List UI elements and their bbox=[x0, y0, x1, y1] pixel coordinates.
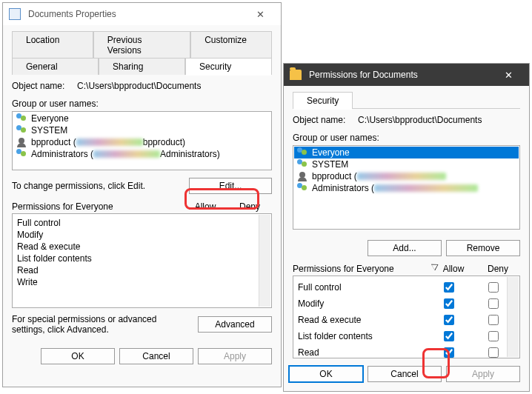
group-icon bbox=[16, 113, 28, 124]
dialog-title: Permissions for Documents bbox=[306, 70, 493, 80]
folder-icon bbox=[290, 70, 302, 80]
permissions-list[interactable]: Full control Modify Read & execute List … bbox=[12, 213, 272, 308]
user-icon bbox=[16, 137, 28, 147]
deny-checkbox[interactable] bbox=[488, 347, 499, 358]
perm-name: List folder contents bbox=[298, 331, 426, 341]
advanced-button[interactable]: Advanced bbox=[198, 316, 272, 333]
cursor-icon bbox=[431, 261, 440, 271]
deny-checkbox[interactable] bbox=[488, 298, 499, 309]
object-name-label: Object name: bbox=[12, 81, 64, 91]
perm-name: List folder contents bbox=[17, 253, 267, 264]
apply-button[interactable]: Apply bbox=[198, 348, 272, 364]
deny-checkbox[interactable] bbox=[488, 282, 499, 293]
group-label: Group or user names: bbox=[293, 133, 520, 143]
close-icon[interactable]: ✕ bbox=[493, 70, 523, 81]
add-button[interactable]: Add... bbox=[368, 240, 442, 256]
deny-checkbox[interactable] bbox=[488, 315, 499, 325]
object-name-row: Object name: C:\Users\bpproduct\Document… bbox=[12, 81, 272, 91]
list-item[interactable]: Administrators (Administrators) bbox=[13, 148, 270, 160]
perm-name: Full control bbox=[17, 218, 267, 228]
list-item[interactable]: Everyone bbox=[294, 147, 519, 158]
list-item[interactable]: bpproduct (bpproduct) bbox=[13, 136, 270, 148]
properties-dialog: Documents Properties ✕ Location Previous… bbox=[2, 2, 282, 387]
tab-customize[interactable]: Customize bbox=[190, 31, 272, 59]
scrollbar[interactable] bbox=[507, 277, 519, 357]
user-list[interactable]: Everyone SYSTEM bpproduct ( Administrato… bbox=[293, 145, 520, 230]
perm-name: Read & execute bbox=[17, 241, 267, 252]
permissions-list[interactable]: Full control Modify Read & execute List … bbox=[293, 276, 520, 358]
edit-button[interactable]: Edit... bbox=[189, 178, 272, 194]
deny-header: Deny bbox=[227, 201, 272, 212]
allow-header: Allow bbox=[431, 264, 476, 274]
allow-checkbox[interactable] bbox=[444, 331, 454, 341]
apply-button[interactable]: Apply bbox=[446, 366, 520, 382]
edit-hint: To change permissions, click Edit. bbox=[12, 181, 189, 191]
group-icon bbox=[16, 125, 28, 136]
cancel-button[interactable]: Cancel bbox=[368, 366, 442, 382]
remove-button[interactable]: Remove bbox=[446, 240, 520, 256]
group-icon bbox=[297, 147, 309, 158]
file-icon bbox=[9, 8, 21, 20]
dialog-title: Documents Properties bbox=[25, 9, 245, 19]
object-name-value: C:\Users\bpproduct\Documents bbox=[77, 81, 201, 91]
group-icon bbox=[297, 183, 309, 193]
permissions-dialog: Permissions for Documents ✕ Security Obj… bbox=[283, 63, 530, 392]
ok-button[interactable]: OK bbox=[41, 348, 115, 364]
perm-label: Permissions for Everyone bbox=[293, 264, 431, 274]
allow-checkbox[interactable] bbox=[444, 298, 454, 309]
deny-header: Deny bbox=[476, 264, 520, 274]
list-item[interactable]: SYSTEM bbox=[13, 124, 270, 136]
user-icon bbox=[297, 171, 309, 181]
perm-name: Modify bbox=[298, 298, 426, 309]
group-label: Group or user names: bbox=[12, 98, 272, 109]
tab-security[interactable]: Security bbox=[293, 92, 353, 109]
close-icon[interactable]: ✕ bbox=[245, 9, 275, 20]
titlebar: Documents Properties ✕ bbox=[3, 3, 281, 25]
list-item[interactable]: Everyone bbox=[13, 113, 270, 124]
object-name-row: Object name: C:\Users\bpproduct\Document… bbox=[293, 115, 520, 125]
user-list[interactable]: Everyone SYSTEM bpproduct (bpproduct) Ad… bbox=[12, 111, 272, 170]
object-name-label: Object name: bbox=[293, 115, 345, 125]
tabs: Security bbox=[293, 92, 520, 109]
titlebar: Permissions for Documents ✕ bbox=[284, 64, 529, 86]
perm-name: Full control bbox=[298, 282, 426, 293]
cancel-button[interactable]: Cancel bbox=[119, 348, 193, 364]
tab-general[interactable]: General bbox=[12, 58, 99, 75]
perm-name: Read bbox=[298, 347, 426, 358]
scrollbar[interactable] bbox=[259, 215, 270, 307]
perm-name: Write bbox=[17, 277, 267, 287]
perm-name: Modify bbox=[17, 230, 267, 240]
list-item[interactable]: bpproduct ( bbox=[294, 170, 519, 182]
ok-button[interactable]: OK bbox=[289, 366, 363, 382]
list-item[interactable]: Administrators ( bbox=[294, 182, 519, 194]
tab-previous-versions[interactable]: Previous Versions bbox=[93, 31, 190, 59]
tabs: Location Previous Versions Customize Gen… bbox=[12, 31, 272, 75]
deny-checkbox[interactable] bbox=[488, 331, 499, 341]
object-name-value: C:\Users\bpproduct\Documents bbox=[358, 115, 482, 125]
allow-checkbox[interactable] bbox=[444, 315, 454, 325]
tab-location[interactable]: Location bbox=[12, 31, 93, 59]
perm-name: Read bbox=[17, 265, 267, 276]
group-icon bbox=[16, 149, 28, 159]
advanced-hint: For special permissions or advanced sett… bbox=[12, 314, 192, 335]
allow-checkbox[interactable] bbox=[444, 282, 454, 293]
tab-security[interactable]: Security bbox=[185, 58, 272, 75]
allow-header: Allow bbox=[183, 201, 227, 212]
tab-sharing[interactable]: Sharing bbox=[99, 58, 185, 75]
perm-name: Read & execute bbox=[298, 315, 426, 325]
allow-checkbox[interactable] bbox=[444, 347, 454, 358]
group-icon bbox=[297, 159, 309, 170]
list-item[interactable]: SYSTEM bbox=[294, 158, 519, 170]
perm-label: Permissions for Everyone bbox=[12, 201, 183, 212]
